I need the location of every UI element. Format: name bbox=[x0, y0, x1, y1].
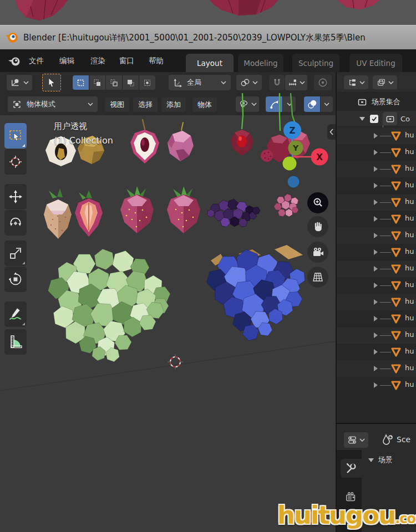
3d-viewport[interactable]: 用户透视 (1) Collection bbox=[0, 115, 336, 532]
transform-orientation-dropdown[interactable]: 全局 bbox=[169, 75, 231, 90]
show-overlays-toggle[interactable] bbox=[304, 96, 320, 112]
collection-checkbox[interactable] bbox=[370, 115, 378, 123]
interaction-mode-dropdown[interactable]: 物体模式 bbox=[8, 96, 98, 112]
select-mode-intersect[interactable] bbox=[139, 75, 155, 90]
pan-button[interactable] bbox=[307, 216, 328, 237]
gizmo-options-dropdown[interactable] bbox=[283, 96, 296, 112]
properties-editor-type-selector[interactable] bbox=[344, 432, 368, 448]
proportional-editing-toggle[interactable] bbox=[314, 75, 332, 90]
blue-grapes-model[interactable] bbox=[207, 245, 305, 340]
select-mode-subtract[interactable] bbox=[106, 75, 122, 90]
sliced-cherry-model[interactable] bbox=[130, 120, 159, 163]
menu-view[interactable]: 视图 bbox=[105, 98, 129, 112]
expand-arrow-icon[interactable] bbox=[374, 382, 378, 388]
outliner-object-row[interactable]: hu bbox=[337, 144, 416, 161]
tool-rotate[interactable] bbox=[4, 210, 27, 236]
select-mode-set[interactable] bbox=[73, 75, 89, 90]
outliner-object-row[interactable]: hu bbox=[337, 277, 416, 294]
outliner-object-row[interactable]: hu bbox=[337, 327, 416, 344]
pivot-point-dropdown[interactable] bbox=[236, 75, 262, 90]
overlays-options-dropdown[interactable] bbox=[321, 96, 333, 112]
outliner-object-row[interactable]: hu bbox=[337, 177, 416, 194]
scene-collection-row[interactable]: 场景集合 bbox=[337, 94, 416, 110]
menu-render[interactable]: 渲染 bbox=[90, 49, 105, 72]
tool-scale[interactable] bbox=[4, 241, 27, 266]
pink-fruit-model[interactable] bbox=[168, 122, 194, 161]
snap-toggle[interactable] bbox=[269, 75, 285, 90]
expand-arrow-icon[interactable] bbox=[374, 249, 378, 255]
outliner-object-row[interactable]: hu bbox=[337, 344, 416, 360]
expand-arrow-icon[interactable] bbox=[374, 216, 378, 222]
gizmo-y-neg-axis[interactable] bbox=[283, 157, 297, 171]
tab-tool-settings[interactable] bbox=[341, 459, 362, 478]
perspective-toggle-button[interactable] bbox=[307, 267, 328, 288]
outliner-object-row[interactable]: hu bbox=[337, 360, 416, 377]
collection-icon-button[interactable] bbox=[383, 112, 397, 125]
expand-arrow-icon[interactable] bbox=[374, 299, 378, 305]
tool-cursor[interactable] bbox=[4, 149, 27, 175]
outliner-object-row[interactable]: hu bbox=[337, 310, 416, 327]
show-gizmo-toggle[interactable] bbox=[266, 96, 282, 112]
section-disclosure-icon[interactable] bbox=[368, 458, 374, 462]
purple-grapes-model[interactable] bbox=[207, 199, 260, 227]
expand-arrow-icon[interactable] bbox=[374, 233, 378, 238]
select-mode-invert[interactable] bbox=[123, 75, 139, 90]
strawberry-cross-section-model[interactable] bbox=[75, 190, 103, 237]
expand-arrow-icon[interactable] bbox=[374, 316, 378, 321]
expand-arrow-icon[interactable] bbox=[374, 266, 378, 272]
outliner-object-row[interactable]: hu bbox=[337, 227, 416, 244]
outliner-filter-dropdown[interactable] bbox=[373, 75, 397, 89]
expand-arrow-icon[interactable] bbox=[374, 283, 378, 288]
menu-add[interactable]: 添加 bbox=[161, 98, 186, 112]
strawberry-model[interactable] bbox=[120, 186, 154, 233]
expand-arrow-icon[interactable] bbox=[374, 366, 378, 371]
outliner-object-row[interactable]: hu bbox=[337, 260, 416, 277]
expand-arrow-icon[interactable] bbox=[374, 332, 378, 338]
menu-object[interactable]: 物体 bbox=[192, 98, 217, 112]
tool-annotate[interactable] bbox=[4, 301, 27, 327]
expand-arrow-icon[interactable] bbox=[374, 200, 378, 205]
select-mode-extend[interactable] bbox=[89, 75, 105, 90]
outliner-object-row[interactable]: hu bbox=[337, 377, 416, 393]
cherry-cross-section-model[interactable] bbox=[231, 115, 253, 156]
expand-arrow-icon[interactable] bbox=[374, 166, 378, 172]
expand-arrow-icon[interactable] bbox=[374, 183, 378, 188]
expand-arrow-icon[interactable] bbox=[374, 133, 378, 139]
editor-type-selector[interactable] bbox=[7, 75, 32, 90]
menu-window[interactable]: 窗口 bbox=[119, 49, 134, 72]
menu-file[interactable]: 文件 bbox=[29, 49, 44, 72]
tool-transform[interactable] bbox=[4, 267, 27, 292]
sidebar-collapse-arrow[interactable] bbox=[327, 124, 336, 140]
outliner-object-row[interactable]: hu bbox=[337, 244, 416, 260]
workspace-tab-sculpting[interactable]: Sculpting bbox=[292, 54, 339, 72]
tool-select-box[interactable] bbox=[4, 123, 27, 149]
green-grapes-model[interactable] bbox=[48, 249, 170, 362]
strawberry-model[interactable] bbox=[167, 186, 200, 233]
outliner-object-row[interactable]: hu bbox=[337, 194, 416, 211]
navigation-gizmo[interactable]: Z Y X bbox=[252, 118, 336, 190]
outliner-object-row[interactable]: hu bbox=[337, 127, 416, 144]
menu-help[interactable]: 帮助 bbox=[149, 49, 164, 72]
chocolate-strawberry-model[interactable] bbox=[44, 188, 72, 239]
outliner-object-row[interactable]: hu bbox=[337, 161, 416, 177]
menu-select[interactable]: 选择 bbox=[133, 98, 158, 112]
raspberry-model[interactable] bbox=[274, 194, 298, 217]
workspace-tab-layout[interactable]: Layout bbox=[186, 54, 234, 72]
collection-row[interactable]: Co bbox=[337, 111, 416, 126]
outliner-object-row[interactable]: hu bbox=[337, 211, 416, 227]
active-tool-indicator[interactable] bbox=[42, 74, 61, 91]
menu-edit[interactable]: 编辑 bbox=[59, 49, 74, 72]
expand-arrow-icon[interactable] bbox=[374, 150, 378, 155]
disclosure-triangle-icon[interactable] bbox=[359, 117, 365, 121]
outliner-object-row[interactable]: hu bbox=[337, 294, 416, 310]
outliner-editor-type-selector[interactable] bbox=[344, 75, 368, 89]
snap-target-dropdown[interactable] bbox=[285, 75, 307, 90]
object-visibility-dropdown[interactable] bbox=[236, 96, 259, 112]
breadcrumb-scene[interactable]: Sce bbox=[397, 435, 410, 444]
workspace-tab-modeling[interactable]: Modeling bbox=[238, 54, 283, 72]
scene-section-row[interactable]: 场景 bbox=[368, 455, 393, 465]
gizmo-z-neg-axis[interactable] bbox=[288, 176, 300, 188]
tool-measure[interactable] bbox=[4, 329, 27, 355]
expand-arrow-icon[interactable] bbox=[374, 349, 378, 355]
zoom-button[interactable] bbox=[307, 192, 328, 213]
